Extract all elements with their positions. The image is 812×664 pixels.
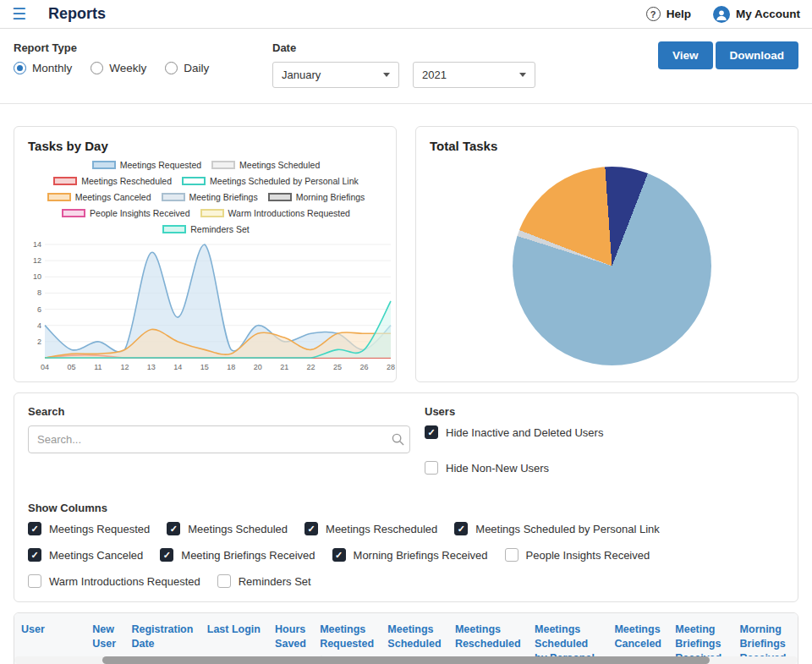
radio-icon <box>91 62 103 74</box>
column-header-label: Meetings Scheduled <box>387 623 441 650</box>
total-tasks-pie <box>513 167 711 365</box>
users-label: Users <box>425 405 603 418</box>
column-header-label: Meetings Requested <box>320 623 374 650</box>
checkbox-morning-briefings-received[interactable]: ✓Morning Briefings Received <box>332 548 488 562</box>
radio-monthly[interactable]: Monthly <box>14 62 72 74</box>
filters-panel: Search Users ✓Hide Inactive and Deleted … <box>14 392 798 602</box>
legend-swatch <box>182 177 206 185</box>
checkbox-meetings-scheduled[interactable]: ✓Meetings Scheduled <box>167 522 288 535</box>
legend-swatch <box>211 161 235 169</box>
legend-item-warm-introductions-requested[interactable]: Warm Introductions Requested <box>200 208 350 218</box>
svg-text:10: 10 <box>33 272 41 281</box>
scrollbar-thumb[interactable] <box>102 656 710 664</box>
legend-item-meetings-scheduled[interactable]: Meetings Scheduled <box>211 160 320 170</box>
legend-item-meetings-canceled[interactable]: Meetings Canceled <box>47 192 151 202</box>
legend-item-people-insights-received[interactable]: People Insights Received <box>62 208 190 218</box>
tasks-by-day-title: Tasks by Day <box>28 139 392 153</box>
checkbox-reminders-set[interactable]: Reminders Set <box>217 574 311 588</box>
legend-swatch <box>53 177 77 185</box>
checkbox-meetings-canceled[interactable]: ✓Meetings Canceled <box>28 548 143 562</box>
checkbox-icon <box>505 548 518 562</box>
table-horizontal-scrollbar[interactable] <box>14 656 798 664</box>
checkbox-hide-non-new-users[interactable]: Hide Non-New Users <box>425 461 603 475</box>
svg-text:6: 6 <box>37 305 41 314</box>
download-button[interactable]: Download <box>716 41 799 69</box>
legend-item-meetings-rescheduled[interactable]: Meetings Rescheduled <box>53 176 172 186</box>
checkbox-icon: ✓ <box>28 522 41 535</box>
year-select-value: 2021 <box>422 69 447 81</box>
help-link[interactable]: ? Help <box>646 7 691 21</box>
column-header-label: Registration Date <box>131 623 193 650</box>
legend-swatch <box>162 193 185 201</box>
checkbox-icon: ✓ <box>160 548 173 562</box>
svg-text:2: 2 <box>37 337 41 346</box>
menu-icon[interactable]: ☰ <box>12 6 26 22</box>
tasks-by-day-card: Tasks by Day Meetings RequestedMeetings … <box>14 126 397 382</box>
legend-swatch <box>200 209 224 217</box>
chevron-down-icon <box>519 73 526 77</box>
users-options: ✓Hide Inactive and Deleted UsersHide Non… <box>425 425 603 475</box>
legend-swatch <box>162 225 186 233</box>
checkbox-meetings-requested[interactable]: ✓Meetings Requested <box>28 522 150 535</box>
show-columns-options: ✓Meetings Requested✓Meetings Scheduled✓M… <box>28 522 784 588</box>
checkbox-meetings-scheduled-by-personal-link[interactable]: ✓Meetings Scheduled by Personal Link <box>454 522 660 535</box>
month-select[interactable]: January <box>272 62 399 88</box>
svg-text:11: 11 <box>94 363 102 371</box>
checkbox-icon: ✓ <box>304 522 318 535</box>
legend-item-meetings-requested[interactable]: Meetings Requested <box>92 160 201 170</box>
chart-legend: Meetings RequestedMeetings ScheduledMeet… <box>28 160 384 234</box>
search-label: Search <box>28 405 413 418</box>
svg-text:21: 21 <box>280 363 288 371</box>
checkbox-icon <box>28 574 41 588</box>
legend-swatch <box>62 209 85 217</box>
search-input[interactable] <box>28 425 410 453</box>
legend-item-reminders-set[interactable]: Reminders Set <box>162 224 249 234</box>
topbar: ☰ Reports ? Help My Account <box>0 0 812 29</box>
year-select[interactable]: 2021 <box>413 62 535 88</box>
svg-text:18: 18 <box>227 363 235 371</box>
checkbox-meeting-briefings-received[interactable]: ✓Meeting Briefings Received <box>160 548 315 562</box>
show-columns-label: Show Columns <box>28 502 784 514</box>
checkbox-icon <box>425 461 438 475</box>
svg-text:05: 05 <box>67 363 75 371</box>
checkbox-hide-inactive-and-deleted-users[interactable]: ✓Hide Inactive and Deleted Users <box>425 425 603 439</box>
avatar-icon <box>713 6 730 23</box>
column-header-label: Last Login <box>207 623 261 635</box>
month-select-value: January <box>282 69 321 81</box>
svg-text:14: 14 <box>173 363 182 371</box>
checkbox-warm-introductions-requested[interactable]: Warm Introductions Requested <box>28 574 200 588</box>
radio-icon <box>165 62 178 74</box>
column-header-label: Meetings Canceled <box>614 623 661 650</box>
topbar-actions: ? Help My Account <box>646 6 800 23</box>
legend-item-meeting-briefings[interactable]: Meeting Briefings <box>162 192 258 202</box>
svg-text:22: 22 <box>307 363 315 371</box>
svg-text:14: 14 <box>33 240 41 249</box>
checkbox-icon: ✓ <box>454 522 468 535</box>
column-header-label: Hours Saved <box>275 623 306 650</box>
checkbox-icon: ✓ <box>28 548 41 562</box>
legend-swatch <box>92 161 116 169</box>
chevron-down-icon <box>383 73 390 77</box>
help-icon: ? <box>646 7 661 21</box>
legend-swatch <box>47 193 71 201</box>
report-type-options: MonthlyWeeklyDaily <box>14 62 272 74</box>
help-label: Help <box>667 8 691 20</box>
column-header-label: New User <box>92 623 116 650</box>
legend-item-meetings-scheduled-by-personal-link[interactable]: Meetings Scheduled by Personal Link <box>182 176 359 186</box>
legend-swatch <box>268 193 292 201</box>
radio-icon <box>14 62 26 74</box>
legend-item-morning-briefings[interactable]: Morning Briefings <box>268 192 365 202</box>
checkbox-people-insights-received[interactable]: People Insights Received <box>505 548 650 562</box>
charts-row: Tasks by Day Meetings RequestedMeetings … <box>0 104 812 382</box>
radio-weekly[interactable]: Weekly <box>91 62 146 74</box>
tasks-by-day-chart: 24681012140405111213141518202122252628 <box>28 239 397 373</box>
checkbox-meetings-rescheduled[interactable]: ✓Meetings Rescheduled <box>304 522 437 535</box>
svg-text:20: 20 <box>254 363 262 371</box>
checkbox-icon: ✓ <box>425 425 438 439</box>
radio-daily[interactable]: Daily <box>165 62 209 74</box>
view-button[interactable]: View <box>658 41 713 69</box>
column-header-label: Meetings Rescheduled <box>455 623 521 650</box>
search-icon <box>392 433 404 449</box>
my-account-link[interactable]: My Account <box>713 6 800 23</box>
svg-text:4: 4 <box>37 321 41 330</box>
